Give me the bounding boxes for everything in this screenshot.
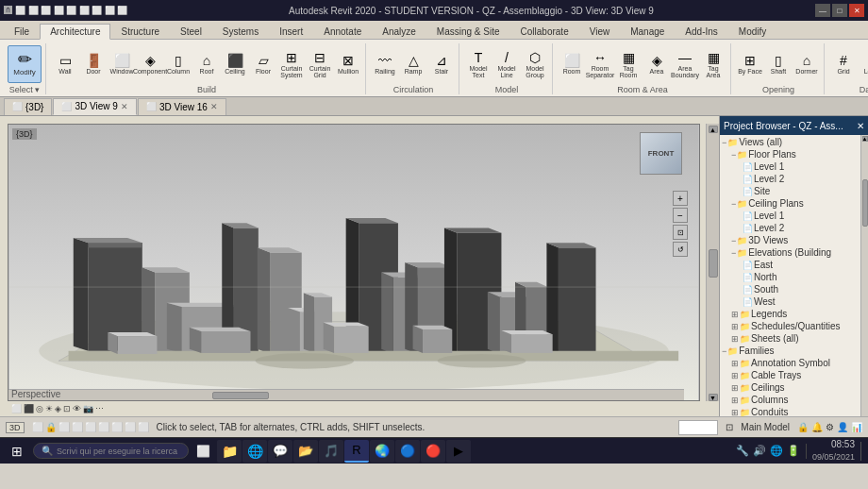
close-view-16-button[interactable]: ✕ xyxy=(210,102,218,111)
status-icon-6[interactable]: ⬜ xyxy=(98,422,109,432)
panel-scrollbar[interactable]: ▲ xyxy=(860,135,868,416)
model-group-button[interactable]: ⬡Model Group xyxy=(522,46,548,82)
tab-addins[interactable]: Add-Ins xyxy=(675,24,727,39)
tree-item-fp-level1[interactable]: 📄 Level 1 xyxy=(720,160,868,173)
start-button[interactable]: ⊞ xyxy=(4,440,30,463)
tab-view[interactable]: View xyxy=(579,24,621,39)
more-tools-btn[interactable]: ⋯ xyxy=(95,404,104,413)
tab-annotate[interactable]: Annotate xyxy=(313,24,372,39)
window-controls[interactable]: — □ ✕ xyxy=(815,4,864,17)
minimize-button[interactable]: — xyxy=(815,4,830,17)
tab-steel[interactable]: Steel xyxy=(170,24,212,39)
tag-room-button[interactable]: ▦Tag Room xyxy=(615,46,642,82)
close-view-9-button[interactable]: ✕ xyxy=(121,102,128,111)
sun-path-btn[interactable]: ☀ xyxy=(45,404,53,413)
tree-item-elev-south[interactable]: 📄 South xyxy=(720,283,868,295)
roof-button[interactable]: ⌂Roof xyxy=(193,46,220,82)
tree-item-elev-east[interactable]: 📄 East xyxy=(720,259,868,271)
floor-button[interactable]: ▱Floor xyxy=(250,46,276,82)
taskbar-app-revit[interactable]: R xyxy=(344,440,369,463)
taskbar-app-explorer[interactable]: 📁 xyxy=(217,440,242,463)
status-icon-9[interactable]: ⬜ xyxy=(138,422,149,432)
tree-item-elev-west[interactable]: 📄 West xyxy=(720,295,868,308)
taskbar-app-files[interactable]: 📂 xyxy=(293,440,318,463)
tree-item-families[interactable]: − 📁 Families xyxy=(720,345,868,357)
select-dropdown[interactable]: Select ▾ xyxy=(9,85,41,94)
zoom-out-button[interactable]: − xyxy=(673,208,688,223)
tab-systems[interactable]: Systems xyxy=(212,24,269,39)
taskbar-app-music[interactable]: 🎵 xyxy=(319,440,343,463)
view-tab-3d-default[interactable]: ⬜ {3D} xyxy=(4,98,52,115)
clock-display[interactable]: 08:53 09/05/2021 xyxy=(812,438,855,464)
wall-button[interactable]: ▭Wall xyxy=(52,46,78,82)
by-face-button[interactable]: ⊞By Face xyxy=(737,46,763,82)
status-icon-1[interactable]: ⬜ xyxy=(32,422,43,432)
status-icon-2[interactable]: 🔒 xyxy=(45,422,57,432)
ceiling-button[interactable]: ⬛Ceiling xyxy=(222,46,248,82)
tree-item-columns[interactable]: ⊞ 📁 Columns xyxy=(720,394,868,406)
model-line-button[interactable]: /Model Line xyxy=(493,46,520,82)
stair-button[interactable]: ⊿Stair xyxy=(428,46,455,82)
panel-scrollbar-thumb[interactable] xyxy=(862,179,868,227)
taskbar-app-chat[interactable]: 💬 xyxy=(268,440,292,463)
status-user-icon[interactable]: 👤 xyxy=(837,422,848,432)
component-button[interactable]: ◈Component xyxy=(137,46,163,82)
status-chart-icon[interactable]: 📊 xyxy=(851,422,862,432)
tree-item-annotation[interactable]: ⊞ 📁 Annotation Symbol xyxy=(720,357,868,369)
tray-icon-2[interactable]: 🔊 xyxy=(753,445,766,457)
mullion-button[interactable]: ⊠Mullion xyxy=(335,46,361,82)
tab-manage[interactable]: Manage xyxy=(620,24,675,39)
show-desktop-button[interactable] xyxy=(860,442,864,461)
tree-item-conduits[interactable]: ⊞ 📁 Conduits xyxy=(720,406,868,416)
model-text-button[interactable]: TModel Text xyxy=(465,46,492,82)
status-icon-8[interactable]: ⬜ xyxy=(125,422,136,432)
tree-item-fp-site[interactable]: 📄 Site xyxy=(720,185,868,197)
zoom-in-button[interactable]: + xyxy=(673,191,688,206)
close-button[interactable]: ✕ xyxy=(849,4,864,17)
status-bell-icon[interactable]: 🔔 xyxy=(811,422,823,432)
v-scroll-down-btn[interactable]: ▼ xyxy=(709,394,718,401)
panel-close-icon[interactable]: ✕ xyxy=(857,121,864,131)
area-button[interactable]: ◈Area xyxy=(643,46,670,82)
render-btn[interactable]: ◈ xyxy=(55,404,61,413)
panel-scroll-up[interactable]: ▲ xyxy=(862,136,868,142)
dormer-button[interactable]: ⌂Dormer xyxy=(793,46,820,82)
tab-structure[interactable]: Structure xyxy=(110,24,170,39)
view-scale-btn[interactable]: ⬜ xyxy=(11,404,22,413)
tree-item-floor-plans[interactable]: − 📁 Floor Plans xyxy=(720,148,868,160)
search-box[interactable]: 🔍 Scrivi qui per eseguire la ricerca xyxy=(33,443,189,459)
tab-modify[interactable]: Modify xyxy=(728,24,776,39)
taskbar-app-dropbox[interactable]: 🔵 xyxy=(395,440,420,463)
status-search-box[interactable] xyxy=(678,420,718,435)
tree-item-schedules[interactable]: ⊞ 📁 Schedules/Quantities xyxy=(720,320,868,332)
viewport-scrollbar-horizontal[interactable] xyxy=(8,389,684,400)
room-button[interactable]: ⬜Room xyxy=(559,46,585,82)
curtain-system-button[interactable]: ⊞Curtain System xyxy=(278,46,305,82)
status-icon-7[interactable]: ⬜ xyxy=(111,422,123,432)
tab-massing[interactable]: Massing & Site xyxy=(426,24,510,39)
status-icon-3[interactable]: ⬜ xyxy=(58,422,70,432)
tab-architecture[interactable]: Architecture xyxy=(40,24,110,40)
tag-area-button[interactable]: ▦Tag Area xyxy=(700,46,726,82)
visual-style-btn[interactable]: ◎ xyxy=(36,404,43,413)
tray-icon-1[interactable]: 🔧 xyxy=(736,445,749,457)
door-button[interactable]: 🚪Door xyxy=(80,46,107,82)
taskbar-app-acrobat[interactable]: 🔴 xyxy=(421,440,445,463)
room-separator-button[interactable]: ↔Room Separator xyxy=(587,46,613,82)
canvas-area[interactable]: FRONT + − ⊡ ↺ {3D} ▲ ▼ xyxy=(0,116,719,416)
cube-front-face[interactable]: FRONT xyxy=(640,132,682,175)
shaft-button[interactable]: ▯Shaft xyxy=(765,46,792,82)
tree-item-3d-views[interactable]: − 📁 3D Views xyxy=(720,234,868,246)
canvas-scrollbar-vertical[interactable]: ▲ ▼ xyxy=(706,124,719,401)
level-button[interactable]: ↕Level xyxy=(859,46,868,82)
tree-item-cp-level2[interactable]: 📄 Level 2 xyxy=(720,222,868,234)
status-lock-icon[interactable]: 🔒 xyxy=(797,422,809,432)
railing-button[interactable]: 〰Railing xyxy=(372,46,398,82)
status-gear-icon[interactable]: ⚙ xyxy=(826,422,834,432)
window-button[interactable]: ⬜Window xyxy=(108,46,135,82)
status-icon-4[interactable]: ⬜ xyxy=(72,422,83,432)
status-icon-5[interactable]: ⬜ xyxy=(85,422,96,432)
crop-btn[interactable]: ⊡ xyxy=(63,404,71,413)
taskbar-app-edge[interactable]: 🌐 xyxy=(242,440,267,463)
modify-button[interactable]: ✏ Modify xyxy=(8,45,42,83)
